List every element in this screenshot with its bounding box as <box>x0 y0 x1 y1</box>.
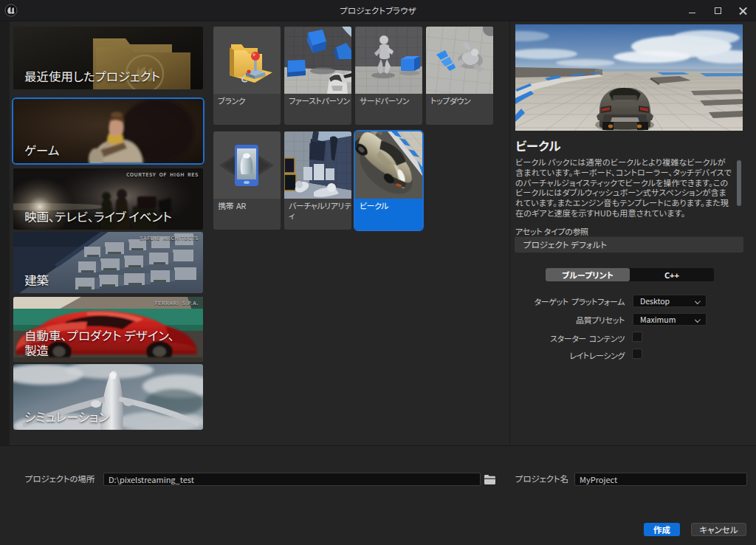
template-tile-blank[interactable]: ブランク <box>213 27 281 125</box>
thumbnail-credit: COURTESY OF HIGH RES <box>126 171 199 178</box>
project-browser-window: プロジェクトブラウザ <box>0 0 756 545</box>
template-tile-label: トップダウン <box>426 94 493 125</box>
asset-type-reference-label: アセット タイプの参照 <box>515 225 588 237</box>
template-tile-virtual-reality[interactable]: バーチャルリアリティ <box>284 131 351 230</box>
third-person-template-image <box>355 27 422 94</box>
blueprint-toggle-button[interactable]: ブループリント <box>546 268 630 281</box>
sidebar-item-architecture[interactable]: SAFDIE ARCHITECTS 建築 <box>13 232 203 293</box>
cancel-button[interactable]: キャンセル <box>691 523 746 536</box>
sidebar-item-label: 建築 <box>24 272 49 287</box>
template-tile-label: 携帯 AR <box>213 199 281 230</box>
project-language-toggle: ブループリント C++ <box>546 268 714 281</box>
window-title: プロジェクトブラウザ <box>0 0 756 21</box>
template-tile-label: ファーストパーソン <box>284 94 351 125</box>
blank-template-image <box>213 27 281 94</box>
sidebar-item-label: 自動車、プロダクト デザイン、 製造 <box>24 328 174 357</box>
template-detail-description: ビークル パックには通常のビークルとより複雑なビークルが含まれています。キーボー… <box>515 157 734 219</box>
title-bar: プロジェクトブラウザ <box>0 0 756 21</box>
sidebar-item-automotive-product-design-manufacturing[interactable]: FERRARI S.P.A. 自動車、プロダクト デザイン、 製造 <box>13 297 203 362</box>
template-tile-label: バーチャルリアリティ <box>284 199 351 230</box>
folder-icon <box>484 475 495 484</box>
quality-preset-label: 品質プリセット <box>462 314 625 326</box>
project-name-label: プロジェクト名 <box>515 473 568 484</box>
minimize-icon <box>689 13 695 14</box>
sidebar-item-label: 最近使用したプロジェクト <box>24 69 160 83</box>
template-detail-title: ビークル <box>515 137 560 154</box>
create-button[interactable]: 作成 <box>644 523 680 536</box>
cpp-toggle-button[interactable]: C++ <box>630 268 714 281</box>
project-location-input[interactable]: D:\pixelstreaming_test <box>103 473 481 486</box>
quality-preset-dropdown[interactable]: Maximum <box>633 313 707 326</box>
project-name-input[interactable]: MyProject <box>574 473 747 486</box>
sidebar-item-label: ゲーム <box>24 143 59 157</box>
asset-type-reference-combobox[interactable]: プロジェクト デフォルト <box>515 236 743 253</box>
chevron-down-icon <box>695 317 701 323</box>
template-tile-label: サードパーソン <box>355 94 422 125</box>
browser-body: 最近使用したプロジェクト <box>0 21 756 445</box>
sidebar-item-label: 映画、テレビ、ライブ イベント <box>24 209 172 224</box>
template-tile-third-person[interactable]: サードパーソン <box>355 27 422 125</box>
template-tile-first-person[interactable]: ファーストパーソン <box>284 27 351 125</box>
left-gutter <box>0 21 10 445</box>
template-tile-handheld-ar[interactable]: 携帯 AR <box>213 131 281 230</box>
handheld-ar-template-image <box>213 131 281 199</box>
browse-folder-button[interactable] <box>483 473 497 486</box>
template-tile-label: ブランク <box>213 94 281 125</box>
footer-bar: プロジェクトの場所 D:\pixelstreaming_test プロジェクト名… <box>0 445 756 545</box>
maximize-icon <box>715 7 721 14</box>
project-location-label: プロジェクトの場所 <box>25 473 94 484</box>
raytracing-checkbox[interactable] <box>632 349 642 359</box>
quality-preset-value: Maximum <box>640 314 676 325</box>
template-tile-vehicle[interactable]: ビークル <box>355 131 422 230</box>
sidebar-item-recent-projects[interactable]: 最近使用したプロジェクト <box>13 27 203 89</box>
description-scrollbar[interactable] <box>737 160 741 206</box>
close-button[interactable] <box>730 0 755 21</box>
target-platform-dropdown[interactable]: Desktop <box>633 295 707 307</box>
first-person-template-image <box>284 27 351 94</box>
starter-content-checkbox[interactable] <box>632 332 642 342</box>
raytracing-label: レイトレーシング <box>462 349 625 361</box>
target-platform-label: ターゲット プラットフォーム <box>462 295 625 307</box>
virtual-reality-template-image <box>284 131 351 199</box>
thumbnail-credit: SAFDIE ARCHITECTS <box>140 234 199 241</box>
starter-content-label: スターター コンテンツ <box>462 332 625 344</box>
sidebar-item-games[interactable]: ゲーム <box>13 99 203 163</box>
sidebar-item-simulation[interactable]: シミュレーション <box>13 364 203 430</box>
sidebar-item-film-tv-live-events[interactable]: COURTESY OF HIGH RES 映画、テレビ、ライブ イベント <box>13 168 203 230</box>
sidebar-item-label: シミュレーション <box>24 409 109 424</box>
thumbnail-credit: FERRARI S.P.A. <box>155 299 199 306</box>
template-preview-image <box>515 24 743 131</box>
template-tile-label: ビークル <box>355 199 422 230</box>
top-down-template-image <box>426 27 493 94</box>
close-icon <box>739 7 747 15</box>
target-platform-value: Desktop <box>640 295 670 306</box>
chevron-down-icon <box>695 298 701 304</box>
maximize-button[interactable] <box>705 0 730 21</box>
vehicle-template-image <box>355 131 422 199</box>
minimize-button[interactable] <box>679 0 704 21</box>
panel-divider <box>509 21 510 445</box>
template-tile-top-down[interactable]: トップダウン <box>426 27 493 125</box>
